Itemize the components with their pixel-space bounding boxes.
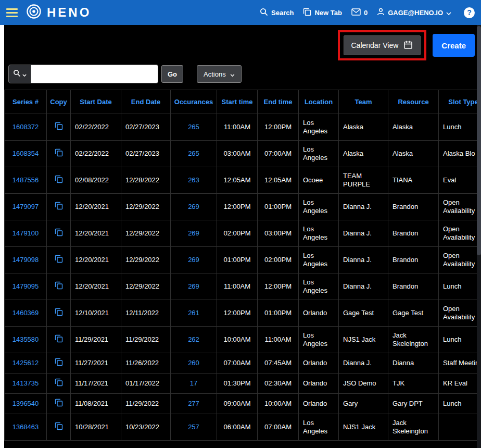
start-time-cell: 09:00AM	[217, 394, 258, 414]
go-button[interactable]: Go	[161, 65, 183, 83]
help-icon[interactable]: ?	[464, 7, 475, 18]
table-row: 1479100 12/20/2021 12/29/2022 269 02:00P…	[5, 220, 477, 247]
occurances-link[interactable]: 263	[188, 176, 199, 184]
series-link[interactable]: 1608372	[12, 123, 39, 131]
copy-icon[interactable]	[55, 399, 63, 407]
copy-icon[interactable]	[55, 255, 63, 263]
occurances-link[interactable]: 277	[188, 400, 199, 407]
nav-mail[interactable]: 0	[351, 8, 368, 17]
start-time-cell: 01:30PM	[217, 374, 258, 394]
start-time-cell: 11:00AM	[217, 114, 258, 141]
column-header-start-time[interactable]: Start time	[217, 90, 258, 114]
column-header-copy[interactable]: Copy	[47, 90, 71, 114]
scrollbar-thumb[interactable]	[477, 26, 481, 255]
location-cell: Los Angeles	[299, 247, 339, 273]
envelope-icon	[351, 8, 361, 17]
series-link[interactable]: 1368463	[12, 423, 39, 431]
column-header-slot-type[interactable]: Slot Type	[439, 90, 477, 114]
calendar-view-button[interactable]: Calendar View	[344, 35, 421, 55]
occurances-link[interactable]: 269	[188, 203, 199, 210]
end-date-cell: 12/11/2022	[121, 300, 171, 327]
resource-cell: Brandon	[388, 273, 439, 300]
copy-icon[interactable]	[55, 148, 63, 157]
series-link[interactable]: 1435580	[12, 335, 39, 343]
slot-type-cell: Open Availability	[439, 220, 477, 247]
start-date-cell: 12/20/2021	[71, 247, 121, 273]
occurances-link[interactable]: 269	[188, 282, 199, 290]
occurances-link[interactable]: 262	[188, 335, 199, 343]
copy-icon[interactable]	[55, 175, 63, 183]
app-logo[interactable]: HENO	[26, 4, 91, 21]
start-date-cell: 02/08/2022	[71, 167, 121, 194]
slot-type-cell	[439, 414, 477, 441]
copy-icon[interactable]	[55, 202, 63, 210]
copy-cell	[47, 220, 71, 247]
column-header-start-date[interactable]: Start Date	[71, 90, 121, 114]
copy-icon[interactable]	[55, 122, 63, 130]
slot-type-cell: Staff Meeting	[439, 353, 477, 374]
series-link[interactable]: 1396540	[12, 400, 39, 407]
copy-icon[interactable]	[55, 334, 63, 343]
occurances-link[interactable]: 269	[188, 256, 199, 264]
column-header-occurances[interactable]: Occurances	[171, 90, 217, 114]
hamburger-menu-icon[interactable]	[6, 8, 18, 17]
copy-icon[interactable]	[55, 378, 63, 387]
series-link[interactable]: 1479095	[12, 282, 39, 290]
column-header-location[interactable]: Location	[299, 90, 339, 114]
start-time-cell: 02:00PM	[217, 220, 258, 247]
copy-icon[interactable]	[55, 281, 63, 290]
occurances-link[interactable]: 257	[188, 423, 199, 431]
column-header-resource[interactable]: Resource	[388, 90, 439, 114]
start-time-cell: 03:00AM	[217, 141, 258, 167]
series-cell: 1368463	[5, 414, 47, 441]
create-button[interactable]: Create	[433, 34, 475, 57]
copy-cell	[47, 273, 71, 300]
nav-user-menu[interactable]: GAGE@HENO.IO	[377, 8, 451, 17]
copy-icon[interactable]	[55, 422, 63, 430]
end-time-cell: 07:00AM	[258, 414, 299, 441]
series-link[interactable]: 1413735	[12, 379, 39, 387]
column-header-team[interactable]: Team	[339, 90, 388, 114]
column-header-series[interactable]: Series #	[5, 90, 47, 114]
search-input[interactable]	[31, 65, 158, 83]
occurances-link[interactable]: 265	[188, 123, 199, 131]
column-header-end-date[interactable]: End Date	[121, 90, 171, 114]
series-cell: 1413735	[5, 374, 47, 394]
copy-icon[interactable]	[55, 228, 63, 237]
actions-button[interactable]: Actions	[197, 65, 242, 83]
series-link[interactable]: 1479097	[12, 203, 39, 210]
series-link[interactable]: 1479098	[12, 256, 39, 264]
column-header-end-time[interactable]: End time	[258, 90, 299, 114]
occurances-link[interactable]: 17	[190, 379, 197, 387]
end-date-cell: 12/29/2022	[121, 273, 171, 300]
copy-icon[interactable]	[55, 308, 63, 316]
occurances-link[interactable]: 269	[188, 229, 199, 237]
end-time-cell: 01:00PM	[258, 300, 299, 327]
nav-new-tab[interactable]: New Tab	[303, 8, 342, 18]
location-cell: Los Angeles	[299, 414, 339, 441]
series-link[interactable]: 1479100	[12, 229, 39, 237]
team-cell: JSO Demo	[339, 374, 388, 394]
nav-search[interactable]: Search	[260, 8, 294, 18]
calendar-view-label: Calendar View	[351, 41, 399, 49]
copy-icon[interactable]	[55, 358, 63, 366]
location-cell: Los Angeles	[299, 114, 339, 141]
table-row: 1487556 02/08/2022 12/28/2022 263 12:05A…	[5, 167, 477, 194]
vertical-scrollbar[interactable]	[477, 25, 481, 448]
start-time-cell: 06:00AM	[217, 414, 258, 441]
start-date-cell: 11/27/2021	[71, 353, 121, 374]
series-link[interactable]: 1608354	[12, 150, 39, 157]
series-link[interactable]: 1487556	[12, 176, 39, 184]
series-link[interactable]: 1460369	[12, 309, 39, 317]
table-header-row: Series # Copy Start Date End Date Occura…	[5, 90, 477, 114]
start-date-cell: 02/22/2022	[71, 114, 121, 141]
series-link[interactable]: 1425612	[12, 359, 39, 367]
occurances-link[interactable]: 265	[188, 150, 199, 157]
search-column-dropdown-button[interactable]	[8, 65, 31, 83]
user-icon	[377, 8, 385, 17]
team-cell: Gage Test	[339, 300, 388, 327]
end-date-cell: 12/28/2022	[121, 167, 171, 194]
occurances-link[interactable]: 261	[188, 309, 199, 317]
end-date-cell: 02/27/2023	[121, 114, 171, 141]
occurances-link[interactable]: 260	[188, 359, 199, 367]
